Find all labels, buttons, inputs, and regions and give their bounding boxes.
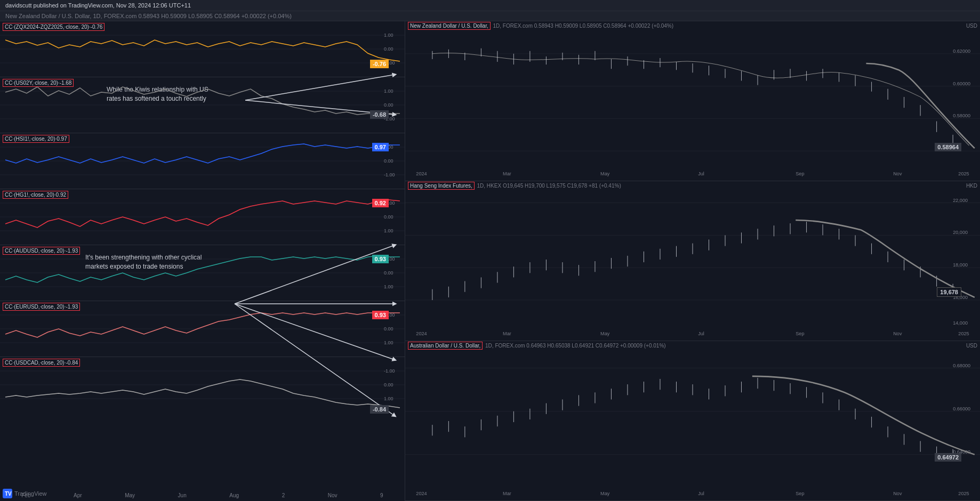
svg-text:0.00: 0.00 — [384, 102, 393, 108]
svg-text:May: May — [600, 331, 610, 336]
svg-text:-1.00: -1.00 — [384, 368, 395, 374]
hsi-title: Hang Seng Index Futures, — [408, 182, 475, 190]
svg-text:0.00: 0.00 — [384, 326, 393, 332]
svg-text:1.00: 1.00 — [384, 284, 393, 289]
svg-text:Nov: Nov — [893, 171, 902, 176]
left-chart-eurusd: CC·(EURUSD,·close, 20)·-1.93 -1.00 0.00 … — [0, 301, 405, 357]
svg-text:Jul: Jul — [698, 331, 704, 336]
chart-label-hg1: CC·(HG1!,·close, 20)·0.92 — [3, 191, 68, 199]
svg-text:1.00: 1.00 — [384, 228, 393, 233]
svg-text:TV: TV — [5, 491, 12, 497]
svg-text:2025: 2025 — [958, 171, 969, 176]
value-eurusd: 0.93 — [372, 311, 389, 319]
chart-label-zqx: CC·(ZQX2024-ZQZ2025,·close, 20)·-0.76 — [3, 23, 105, 31]
value-zqx: -0.76 — [370, 60, 389, 68]
nzdusd-price-badge: 0.58964 — [935, 143, 961, 151]
svg-text:2024: 2024 — [416, 331, 427, 336]
value-hg1: 0.92 — [372, 199, 389, 207]
x-label-9: 9 — [380, 492, 383, 498]
value-usdcad: -0.84 — [370, 405, 389, 414]
svg-text:0.00: 0.00 — [384, 382, 393, 387]
chart-label-usdcad: CC·(USDCAD,·close, 20)·-0.84 — [3, 359, 80, 367]
svg-text:Nov: Nov — [893, 331, 902, 336]
svg-text:2025: 2025 — [958, 331, 969, 336]
svg-text:Sep: Sep — [796, 171, 804, 176]
publisher-info: davidscutt published on TradingView.com,… — [5, 2, 191, 9]
nzdusd-title: New Zealand Dollar / U.S. Dollar, — [408, 22, 491, 30]
svg-text:18,000: 18,000 — [953, 262, 968, 268]
instrument-header: New Zealand Dollar / U.S. Dollar, 1D, FO… — [0, 11, 980, 21]
svg-text:-1.00: -1.00 — [384, 172, 395, 177]
svg-text:2025: 2025 — [958, 491, 969, 496]
svg-text:2024: 2024 — [416, 171, 427, 176]
x-label-2: 2 — [282, 492, 285, 498]
value-us02y: -0.68 — [370, 110, 389, 119]
chart-hsi: Hang Seng Index Futures, 1D, HKEX O19,64… — [405, 181, 980, 341]
x-label-may: May — [125, 492, 135, 498]
svg-text:May: May — [600, 171, 610, 176]
chart-audusd-right: Australian Dollar / U.S. Dollar, 1D, FOR… — [405, 341, 980, 501]
audusd-price-badge: 0.64972 — [935, 453, 961, 462]
svg-text:14,000: 14,000 — [953, 320, 968, 326]
svg-text:22,000: 22,000 — [953, 198, 968, 203]
svg-text:1.00: 1.00 — [384, 88, 393, 94]
left-chart-hsi1: CC·(HSI1!,·close, 20)·0.97 1.00 0.00 -1.… — [0, 133, 405, 189]
left-chart-zqx: CC·(ZQX2024-ZQZ2025,·close, 20)·-0.76 1.… — [0, 21, 405, 77]
chart-label-us02y: CC·(US02Y,·close, 20)·-1.68 — [3, 79, 74, 87]
svg-text:Mar: Mar — [503, 491, 511, 496]
svg-text:1.00: 1.00 — [384, 340, 393, 345]
tradingview-text: TradingView — [14, 490, 47, 497]
audusd-info: 1D, FOREX.com 0.64963 H0.65038 L0.64921 … — [485, 343, 666, 349]
svg-text:0.00: 0.00 — [384, 158, 393, 164]
chart-label-eurusd: CC·(EURUSD,·close, 20)·-1.93 — [3, 303, 80, 311]
value-hsi1: 0.97 — [372, 143, 389, 151]
svg-text:0.60000: 0.60000 — [953, 81, 970, 86]
chart-nzdusd: New Zealand Dollar / U.S. Dollar, 1D, FO… — [405, 21, 980, 181]
svg-text:1.00: 1.00 — [384, 396, 393, 401]
x-label-aug: Aug — [229, 492, 239, 498]
left-chart-usdcad: CC·(USDCAD,·close, 20)·-0.84 -1.00 0.00 … — [0, 357, 405, 501]
svg-text:May: May — [600, 491, 610, 496]
svg-text:0.58000: 0.58000 — [953, 113, 970, 118]
svg-text:0.66000: 0.66000 — [953, 406, 970, 411]
svg-text:Jul: Jul — [698, 491, 704, 496]
svg-text:0.62000: 0.62000 — [953, 49, 970, 54]
chart-label-audusd: CC·(AUDUSD,·close, 20)·-1.93 — [3, 247, 80, 255]
svg-text:Sep: Sep — [796, 331, 804, 336]
audusd-title: Australian Dollar / U.S. Dollar, — [408, 342, 483, 350]
svg-text:Nov: Nov — [893, 491, 902, 496]
svg-text:2024: 2024 — [416, 491, 427, 496]
hsi-info: 1D, HKEX O19,645 H19,700 L19,575 C19,678… — [477, 183, 621, 189]
rc-header-nzdusd: New Zealand Dollar / U.S. Dollar, 1D, FO… — [408, 23, 673, 29]
hsi-price-badge: 19,678 — [937, 287, 961, 297]
main-content: CC·(ZQX2024-ZQZ2025,·close, 20)·-0.76 1.… — [0, 21, 980, 501]
x-label-nov: Nov — [328, 492, 338, 498]
top-bar: davidscutt published on TradingView.com,… — [0, 0, 980, 11]
rc-header-audusd: Australian Dollar / U.S. Dollar, 1D, FOR… — [408, 343, 666, 349]
left-chart-us02y: CC·(US02Y,·close, 20)·-1.68 While the Ki… — [0, 77, 405, 133]
left-panel: CC·(ZQX2024-ZQZ2025,·close, 20)·-0.76 1.… — [0, 21, 405, 501]
svg-text:0.00: 0.00 — [384, 270, 393, 276]
tradingview-logo: TV TradingView — [3, 489, 47, 498]
chart-label-hsi1: CC·(HSI1!,·close, 20)·0.97 — [3, 135, 69, 143]
left-chart-hg1: CC·(HG1!,·close, 20)·0.92 -1.00 0.00 1.0… — [0, 189, 405, 245]
right-panel: New Zealand Dollar / U.S. Dollar, 1D, FO… — [405, 21, 980, 501]
svg-text:Jul: Jul — [698, 171, 704, 176]
svg-text:0.00: 0.00 — [384, 46, 393, 52]
rc-header-hsi: Hang Seng Index Futures, 1D, HKEX O19,64… — [408, 183, 621, 189]
svg-text:0.00: 0.00 — [384, 214, 393, 220]
nzdusd-info: 1D, FOREX.com 0.58943 H0.59009 L0.58905 … — [493, 23, 674, 29]
value-audusd: 0.93 — [372, 255, 389, 263]
svg-text:0.68000: 0.68000 — [953, 363, 970, 368]
svg-text:20,000: 20,000 — [953, 230, 968, 235]
x-label-jun: Jun — [178, 492, 187, 498]
svg-text:1.00: 1.00 — [384, 33, 393, 38]
svg-text:Mar: Mar — [503, 331, 511, 336]
svg-text:Mar: Mar — [503, 171, 511, 176]
left-chart-audusd: CC·(AUDUSD,·close, 20)·-1.93 It's been s… — [0, 245, 405, 301]
x-label-apr: Apr — [74, 492, 82, 498]
svg-text:Sep: Sep — [796, 491, 804, 496]
